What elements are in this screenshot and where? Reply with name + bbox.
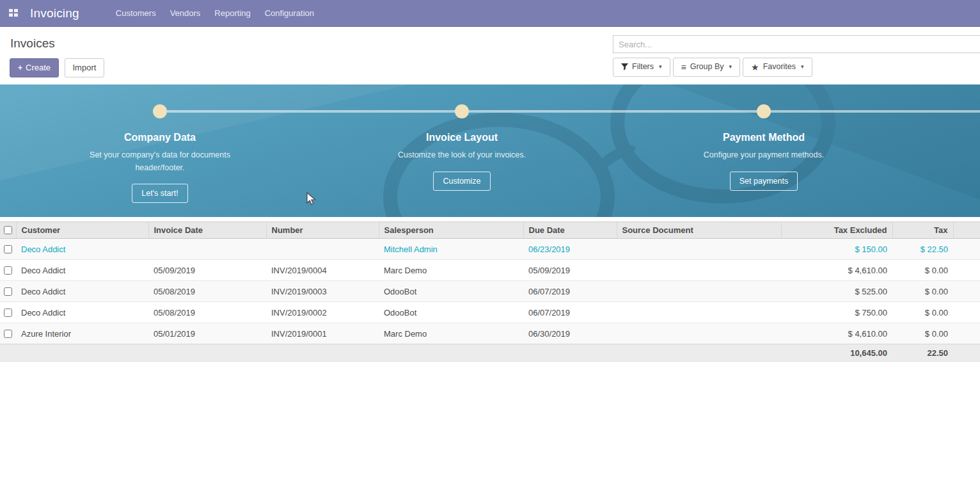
onboarding-step-payment-method: Payment Method Configure your payment me…	[661, 104, 866, 190]
funnel-icon	[621, 63, 628, 70]
column-header-tax-excluded[interactable]: Tax Excluded	[781, 222, 892, 239]
column-header-source-document[interactable]: Source Document	[617, 222, 781, 239]
step-dot-icon	[455, 104, 469, 118]
column-header-due-date[interactable]: Due Date	[523, 222, 617, 239]
top-navbar: Invoicing Customers Vendors Reporting Co…	[0, 0, 980, 27]
onboarding-step-invoice-layout: Invoice Layout Customize the look of you…	[360, 104, 564, 190]
row-checkbox[interactable]	[4, 287, 12, 296]
step-dot-icon	[757, 104, 771, 118]
table-row[interactable]: Deco Addict Mitchell Admin 06/23/2019 $ …	[0, 239, 980, 260]
page-title: Invoices	[10, 36, 104, 51]
control-panel: Invoices +Create Import Filters▾ ≡ Group…	[0, 27, 980, 84]
create-button[interactable]: +Create	[10, 58, 59, 77]
filters-button[interactable]: Filters▾	[613, 58, 670, 77]
column-header-salesperson[interactable]: Salesperson	[379, 222, 523, 239]
lets-start-button[interactable]: Let's start!	[132, 184, 187, 203]
step-title: Payment Method	[723, 132, 805, 143]
step-dot-icon	[153, 104, 167, 118]
total-tax: 22.50	[892, 344, 953, 362]
column-header-customer[interactable]: Customer	[16, 222, 148, 239]
search-input[interactable]	[613, 35, 980, 53]
total-tax-excluded: 10,645.00	[781, 344, 892, 362]
step-title: Company Data	[124, 132, 196, 143]
search-options: Filters▾ ≡ Group By▾ ★ Favorites▾	[613, 58, 980, 77]
row-checkbox[interactable]	[4, 330, 12, 338]
column-header-number[interactable]: Number	[266, 222, 379, 239]
totals-row: 10,645.00 22.50	[0, 344, 980, 362]
invoice-list: Customer Invoice Date Number Salesperson…	[0, 221, 980, 362]
table-row[interactable]: Azure Interior05/01/2019 INV/2019/0001Ma…	[0, 323, 980, 344]
menu-configuration[interactable]: Configuration	[258, 0, 321, 27]
table-header-row: Customer Invoice Date Number Salesperson…	[0, 222, 980, 239]
select-all-checkbox[interactable]	[4, 226, 12, 234]
import-button[interactable]: Import	[65, 58, 105, 77]
chevron-down-icon: ▾	[729, 63, 732, 71]
onboarding-step-company-data: Company Data Set your company's data for…	[58, 104, 262, 203]
customize-button[interactable]: Customize	[433, 172, 490, 191]
menu-vendors[interactable]: Vendors	[163, 0, 208, 27]
table-row[interactable]: Deco Addict05/08/2019 INV/2019/0002OdooB…	[0, 302, 980, 323]
row-checkbox[interactable]	[4, 266, 12, 275]
apps-grid-icon[interactable]	[9, 9, 19, 17]
star-icon: ★	[751, 63, 759, 72]
action-buttons: +Create Import	[10, 58, 104, 77]
favorites-button[interactable]: ★ Favorites▾	[743, 58, 812, 77]
row-checkbox[interactable]	[4, 245, 12, 253]
app-title[interactable]: Invoicing	[30, 6, 79, 20]
step-description: Customize the look of your invoices.	[388, 149, 535, 161]
group-by-button[interactable]: ≡ Group By▾	[673, 58, 741, 77]
main-menu: Customers Vendors Reporting Configuratio…	[109, 0, 321, 27]
column-header-extra	[953, 222, 980, 239]
step-description: Configure your payment methods.	[690, 149, 837, 161]
menu-reporting[interactable]: Reporting	[207, 0, 257, 27]
set-payments-button[interactable]: Set payments	[730, 172, 798, 191]
mouse-cursor	[306, 192, 317, 206]
step-title: Invoice Layout	[426, 132, 498, 143]
column-header-invoice-date[interactable]: Invoice Date	[148, 222, 266, 239]
list-icon: ≡	[681, 63, 686, 72]
chevron-down-icon: ▾	[801, 63, 804, 71]
column-header-tax[interactable]: Tax	[892, 222, 953, 239]
row-checkbox[interactable]	[4, 309, 12, 317]
menu-customers[interactable]: Customers	[109, 0, 163, 27]
onboarding-banner: Company Data Set your company's data for…	[0, 84, 980, 217]
table-row[interactable]: Deco Addict05/08/2019 INV/2019/0003OdooB…	[0, 281, 980, 302]
plus-icon: +	[18, 63, 22, 72]
table-row[interactable]: Deco Addict05/09/2019 INV/2019/0004Marc …	[0, 260, 980, 281]
step-description: Set your company's data for documents he…	[86, 149, 233, 174]
chevron-down-icon: ▾	[659, 63, 662, 71]
